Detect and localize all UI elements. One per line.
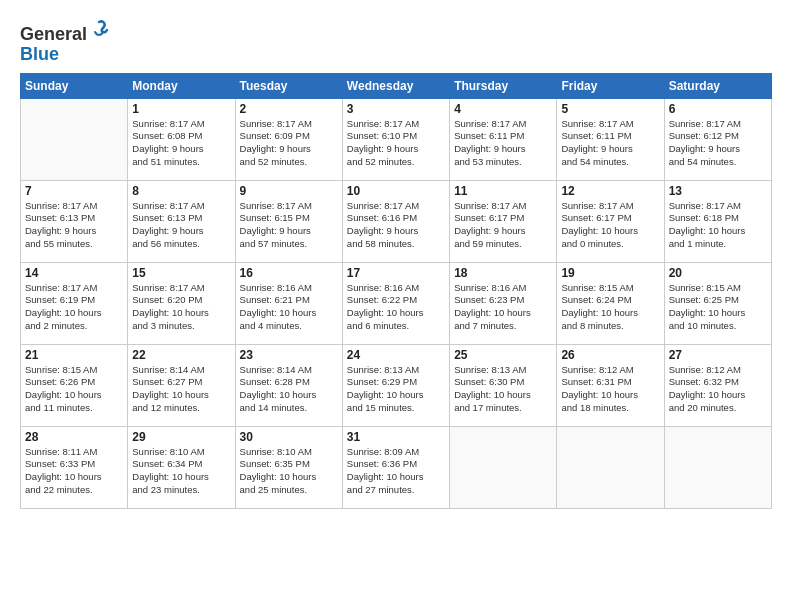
day-number: 10 [347,184,445,198]
day-number: 7 [25,184,123,198]
day-info: Sunrise: 8:16 AMSunset: 6:21 PMDaylight:… [240,282,338,333]
day-info: Sunrise: 8:12 AMSunset: 6:32 PMDaylight:… [669,364,767,415]
calendar-cell: 13Sunrise: 8:17 AMSunset: 6:18 PMDayligh… [664,180,771,262]
calendar-week-row: 21Sunrise: 8:15 AMSunset: 6:26 PMDayligh… [21,344,772,426]
day-number: 6 [669,102,767,116]
day-info: Sunrise: 8:13 AMSunset: 6:29 PMDaylight:… [347,364,445,415]
calendar-cell: 5Sunrise: 8:17 AMSunset: 6:11 PMDaylight… [557,98,664,180]
day-info: Sunrise: 8:11 AMSunset: 6:33 PMDaylight:… [25,446,123,497]
calendar-cell: 3Sunrise: 8:17 AMSunset: 6:10 PMDaylight… [342,98,449,180]
day-number: 29 [132,430,230,444]
day-info: Sunrise: 8:17 AMSunset: 6:16 PMDaylight:… [347,200,445,251]
day-number: 16 [240,266,338,280]
day-number: 13 [669,184,767,198]
day-number: 28 [25,430,123,444]
day-info: Sunrise: 8:17 AMSunset: 6:15 PMDaylight:… [240,200,338,251]
calendar-cell: 27Sunrise: 8:12 AMSunset: 6:32 PMDayligh… [664,344,771,426]
calendar-cell: 31Sunrise: 8:09 AMSunset: 6:36 PMDayligh… [342,426,449,508]
day-number: 20 [669,266,767,280]
day-info: Sunrise: 8:17 AMSunset: 6:17 PMDaylight:… [561,200,659,251]
day-number: 26 [561,348,659,362]
day-number: 18 [454,266,552,280]
calendar-table: SundayMondayTuesdayWednesdayThursdayFrid… [20,73,772,509]
day-info: Sunrise: 8:17 AMSunset: 6:09 PMDaylight:… [240,118,338,169]
day-info: Sunrise: 8:17 AMSunset: 6:18 PMDaylight:… [669,200,767,251]
weekday-header-monday: Monday [128,73,235,98]
day-number: 24 [347,348,445,362]
calendar-cell: 26Sunrise: 8:12 AMSunset: 6:31 PMDayligh… [557,344,664,426]
day-info: Sunrise: 8:17 AMSunset: 6:13 PMDaylight:… [25,200,123,251]
logo-general: General [20,24,87,44]
day-info: Sunrise: 8:14 AMSunset: 6:28 PMDaylight:… [240,364,338,415]
header: General Blue [20,18,772,65]
day-number: 27 [669,348,767,362]
calendar-cell [664,426,771,508]
calendar-cell: 7Sunrise: 8:17 AMSunset: 6:13 PMDaylight… [21,180,128,262]
day-number: 14 [25,266,123,280]
weekday-header-wednesday: Wednesday [342,73,449,98]
day-number: 25 [454,348,552,362]
weekday-header-saturday: Saturday [664,73,771,98]
day-info: Sunrise: 8:10 AMSunset: 6:35 PMDaylight:… [240,446,338,497]
weekday-header-tuesday: Tuesday [235,73,342,98]
calendar-cell: 19Sunrise: 8:15 AMSunset: 6:24 PMDayligh… [557,262,664,344]
calendar-week-row: 28Sunrise: 8:11 AMSunset: 6:33 PMDayligh… [21,426,772,508]
day-info: Sunrise: 8:17 AMSunset: 6:08 PMDaylight:… [132,118,230,169]
page: General Blue SundayMondayTuesdayWednesda… [0,0,792,612]
day-number: 23 [240,348,338,362]
calendar-week-row: 1Sunrise: 8:17 AMSunset: 6:08 PMDaylight… [21,98,772,180]
calendar-cell: 25Sunrise: 8:13 AMSunset: 6:30 PMDayligh… [450,344,557,426]
calendar-cell: 9Sunrise: 8:17 AMSunset: 6:15 PMDaylight… [235,180,342,262]
calendar-cell: 8Sunrise: 8:17 AMSunset: 6:13 PMDaylight… [128,180,235,262]
day-number: 3 [347,102,445,116]
day-info: Sunrise: 8:09 AMSunset: 6:36 PMDaylight:… [347,446,445,497]
day-number: 5 [561,102,659,116]
day-number: 12 [561,184,659,198]
calendar-cell: 23Sunrise: 8:14 AMSunset: 6:28 PMDayligh… [235,344,342,426]
day-number: 1 [132,102,230,116]
calendar-cell: 4Sunrise: 8:17 AMSunset: 6:11 PMDaylight… [450,98,557,180]
day-info: Sunrise: 8:14 AMSunset: 6:27 PMDaylight:… [132,364,230,415]
day-number: 4 [454,102,552,116]
day-info: Sunrise: 8:12 AMSunset: 6:31 PMDaylight:… [561,364,659,415]
day-number: 30 [240,430,338,444]
calendar-cell: 21Sunrise: 8:15 AMSunset: 6:26 PMDayligh… [21,344,128,426]
day-info: Sunrise: 8:17 AMSunset: 6:13 PMDaylight:… [132,200,230,251]
day-info: Sunrise: 8:15 AMSunset: 6:25 PMDaylight:… [669,282,767,333]
calendar-cell: 24Sunrise: 8:13 AMSunset: 6:29 PMDayligh… [342,344,449,426]
day-info: Sunrise: 8:17 AMSunset: 6:10 PMDaylight:… [347,118,445,169]
day-info: Sunrise: 8:15 AMSunset: 6:24 PMDaylight:… [561,282,659,333]
weekday-header-sunday: Sunday [21,73,128,98]
day-info: Sunrise: 8:16 AMSunset: 6:22 PMDaylight:… [347,282,445,333]
day-number: 2 [240,102,338,116]
calendar-cell: 20Sunrise: 8:15 AMSunset: 6:25 PMDayligh… [664,262,771,344]
day-info: Sunrise: 8:17 AMSunset: 6:12 PMDaylight:… [669,118,767,169]
day-number: 31 [347,430,445,444]
day-number: 22 [132,348,230,362]
day-number: 17 [347,266,445,280]
calendar-cell: 18Sunrise: 8:16 AMSunset: 6:23 PMDayligh… [450,262,557,344]
calendar-cell: 12Sunrise: 8:17 AMSunset: 6:17 PMDayligh… [557,180,664,262]
calendar-cell: 30Sunrise: 8:10 AMSunset: 6:35 PMDayligh… [235,426,342,508]
day-info: Sunrise: 8:17 AMSunset: 6:19 PMDaylight:… [25,282,123,333]
day-number: 9 [240,184,338,198]
calendar-week-row: 14Sunrise: 8:17 AMSunset: 6:19 PMDayligh… [21,262,772,344]
calendar-cell: 17Sunrise: 8:16 AMSunset: 6:22 PMDayligh… [342,262,449,344]
calendar-cell: 29Sunrise: 8:10 AMSunset: 6:34 PMDayligh… [128,426,235,508]
day-info: Sunrise: 8:16 AMSunset: 6:23 PMDaylight:… [454,282,552,333]
day-info: Sunrise: 8:17 AMSunset: 6:20 PMDaylight:… [132,282,230,333]
day-info: Sunrise: 8:13 AMSunset: 6:30 PMDaylight:… [454,364,552,415]
calendar-cell [21,98,128,180]
day-info: Sunrise: 8:15 AMSunset: 6:26 PMDaylight:… [25,364,123,415]
calendar-cell [450,426,557,508]
logo-wave-icon [89,18,111,40]
day-info: Sunrise: 8:10 AMSunset: 6:34 PMDaylight:… [132,446,230,497]
logo-blue: Blue [20,44,59,64]
calendar-cell: 6Sunrise: 8:17 AMSunset: 6:12 PMDaylight… [664,98,771,180]
day-number: 19 [561,266,659,280]
calendar-cell: 1Sunrise: 8:17 AMSunset: 6:08 PMDaylight… [128,98,235,180]
day-info: Sunrise: 8:17 AMSunset: 6:17 PMDaylight:… [454,200,552,251]
calendar-week-row: 7Sunrise: 8:17 AMSunset: 6:13 PMDaylight… [21,180,772,262]
day-info: Sunrise: 8:17 AMSunset: 6:11 PMDaylight:… [561,118,659,169]
day-number: 15 [132,266,230,280]
